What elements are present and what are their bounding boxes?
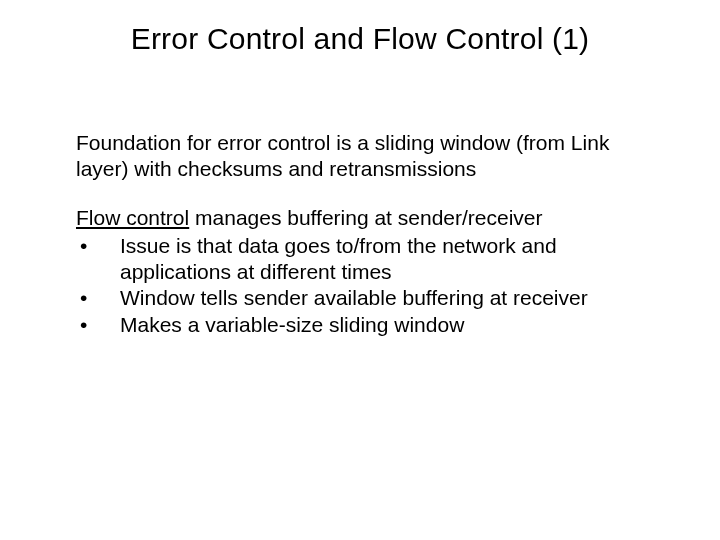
list-item: • Window tells sender available bufferin… bbox=[76, 285, 646, 311]
bullet-icon: • bbox=[76, 233, 120, 259]
slide-body: Foundation for error control is a slidin… bbox=[76, 130, 646, 338]
flow-control-line: Flow control manages buffering at sender… bbox=[76, 205, 646, 231]
bullet-text: Window tells sender available buffering … bbox=[120, 285, 646, 311]
slide: Error Control and Flow Control (1) Found… bbox=[0, 0, 720, 540]
bullet-list: • Issue is that data goes to/from the ne… bbox=[76, 233, 646, 338]
flow-control-term: Flow control bbox=[76, 206, 189, 229]
bullet-icon: • bbox=[76, 312, 120, 338]
list-item: • Makes a variable-size sliding window bbox=[76, 312, 646, 338]
bullet-text: Issue is that data goes to/from the netw… bbox=[120, 233, 646, 286]
bullet-text: Makes a variable-size sliding window bbox=[120, 312, 646, 338]
bullet-icon: • bbox=[76, 285, 120, 311]
list-item: • Issue is that data goes to/from the ne… bbox=[76, 233, 646, 286]
flow-control-rest: manages buffering at sender/receiver bbox=[189, 206, 542, 229]
slide-title: Error Control and Flow Control (1) bbox=[0, 0, 720, 56]
intro-paragraph: Foundation for error control is a slidin… bbox=[76, 130, 646, 183]
